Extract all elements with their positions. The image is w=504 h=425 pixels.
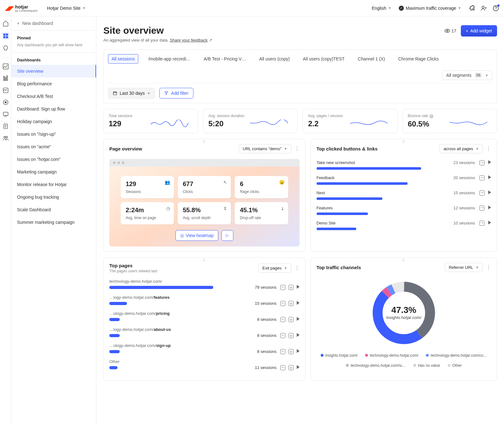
surveys-icon[interactable] [3, 123, 9, 129]
sidebar-item[interactable]: Site overview [11, 65, 96, 77]
segment-tab[interactable]: All users (copy) [256, 54, 293, 63]
legend-item[interactable]: technology-demo.hotjar.com/co… [426, 353, 487, 358]
trend-icon[interactable]: 〜 [280, 301, 285, 306]
sidebar-item[interactable]: Marketing campaign [11, 166, 96, 178]
click-row: Next 15 sessions 〜 [317, 190, 491, 200]
drag-handle-icon[interactable]: ⠿ [203, 258, 206, 263]
kpi-card[interactable]: Avg. pages / session 2.2 [303, 109, 398, 133]
all-segments-button[interactable]: All segments 56 ▼ [442, 71, 492, 80]
highlights-icon[interactable] [3, 45, 9, 52]
play-icon[interactable] [297, 285, 300, 289]
kpi-card[interactable]: Bounce rate i 60.5% [403, 109, 497, 133]
legend-item[interactable]: insights.hotjar.com/ [321, 353, 358, 358]
kpi-card[interactable]: Total sessions 129 [103, 109, 198, 133]
segment-tab[interactable]: Chrome Rage Clicks [395, 54, 442, 63]
play-icon[interactable] [488, 206, 491, 209]
more-options-icon[interactable]: ⋮ [295, 265, 300, 271]
legend-item[interactable]: technology-demo.hotjar.com/ [365, 353, 418, 358]
add-filter-button[interactable]: Add filter [159, 88, 193, 99]
top-pages-filter[interactable]: Exit pages ▼ [258, 264, 291, 273]
play-recording-button[interactable]: ▷ [221, 230, 233, 241]
trend-icon[interactable]: 〜 [479, 190, 484, 196]
interviews-icon[interactable] [3, 135, 9, 141]
kpi-card[interactable]: Avg. session duration 5:20 [203, 109, 298, 133]
new-dashboard-button[interactable]: + New dashboard [11, 16, 96, 31]
date-range-button[interactable]: Last 30 days ▼ [108, 88, 155, 99]
segment-tab[interactable]: Channel 1 (X) [355, 54, 388, 63]
trends-icon[interactable] [3, 63, 9, 70]
trend-icon[interactable]: 〜 [280, 317, 285, 322]
share-feedback-link[interactable]: Share your feedback [170, 38, 208, 42]
check-circle-icon: ✓ [399, 6, 404, 11]
play-icon[interactable] [297, 365, 300, 369]
play-icon[interactable] [488, 190, 491, 194]
trend-icon[interactable]: 〜 [280, 285, 285, 290]
sidebar-item[interactable]: Issues on "acme" [11, 140, 96, 153]
sidebar-item[interactable]: Issues on "hotjar.com" [11, 153, 96, 166]
trend-icon[interactable]: 〜 [280, 333, 285, 338]
play-icon[interactable] [297, 349, 300, 353]
feedback-icon[interactable] [3, 111, 9, 117]
target-icon[interactable]: ◎ [289, 301, 294, 306]
drag-handle-icon[interactable]: ⠿ [402, 140, 405, 144]
trend-icon[interactable]: 〜 [479, 160, 484, 165]
segment-tab[interactable]: All users (copy)TEST [300, 54, 348, 63]
segment-tab[interactable]: /mobile-app recordi… [145, 54, 194, 63]
eye-icon [444, 28, 450, 34]
brand-logo[interactable]: ◢◤ hotjar by Contentsquare [5, 4, 37, 12]
target-icon[interactable]: ◎ [289, 333, 294, 338]
top-clicked-filter[interactable]: across all pages ▼ [439, 144, 483, 153]
add-widget-button[interactable]: + Add widget [461, 25, 497, 37]
target-icon[interactable]: ◎ [289, 317, 294, 322]
invite-user-icon[interactable] [481, 5, 487, 11]
heatmaps-icon[interactable] [3, 87, 9, 94]
trend-icon[interactable]: 〜 [479, 206, 484, 211]
site-selector[interactable]: Hotjar Demo Site ▼ [47, 6, 86, 11]
sidebar-item[interactable]: Monitor release for Hotjar [11, 178, 96, 191]
recordings-icon[interactable] [3, 99, 9, 105]
sidebar-item[interactable]: Dashboard: Sign up flow [11, 103, 96, 115]
sidebar-item[interactable]: Issues on "/sign-up" [11, 128, 96, 140]
play-icon[interactable] [488, 160, 491, 164]
sidebar-item[interactable]: Ongoing bug tracking [11, 191, 96, 203]
home-icon[interactable] [3, 20, 9, 26]
help-icon[interactable] [493, 5, 499, 11]
sidebar-item[interactable]: Blog performance [11, 77, 96, 90]
segment-tab[interactable]: All sessions [108, 54, 138, 64]
more-options-icon[interactable]: ⋮ [295, 146, 300, 152]
legend-item[interactable]: Other [448, 363, 462, 368]
more-options-icon[interactable]: ⋮ [486, 146, 491, 152]
page-overview-card: ⠿ Page overview URL contains "demo" ▼ ⋮ [103, 139, 306, 252]
play-icon[interactable] [297, 333, 300, 337]
page-overview-filter[interactable]: URL contains "demo" ▼ [239, 144, 291, 153]
segment-tab[interactable]: A/B Test - Pricing V… [201, 54, 249, 63]
sidebar-item[interactable]: Holiday campaign [11, 115, 96, 128]
trend-icon[interactable]: 〜 [280, 365, 285, 370]
trend-icon[interactable]: 〜 [280, 349, 285, 354]
trend-icon[interactable]: 〜 [479, 175, 484, 180]
legend-item[interactable]: technology-demo.hotjar.com/si… [346, 363, 406, 368]
drag-handle-icon[interactable]: ⠿ [402, 258, 405, 263]
play-icon[interactable] [297, 301, 300, 305]
sidebar-item[interactable]: Checkout A/B Test [11, 90, 96, 103]
traffic-filter[interactable]: Referrer URL ▼ [445, 263, 483, 272]
funnels-icon[interactable] [3, 75, 9, 82]
more-options-icon[interactable]: ⋮ [486, 264, 491, 270]
sidebar-item[interactable]: Summer marketing campaign [11, 216, 96, 229]
play-icon[interactable] [488, 221, 491, 224]
target-icon[interactable]: ◎ [289, 365, 294, 370]
language-selector[interactable]: English ▼ [372, 6, 391, 11]
legend-item[interactable]: Has no value [413, 363, 440, 368]
dashboards-icon[interactable] [2, 32, 9, 40]
sidebar-item[interactable]: Scale Dashboard [11, 203, 96, 216]
traffic-coverage-selector[interactable]: ✓ Maximum traffic coverage ▼ [399, 6, 461, 11]
view-heatmap-label: View heatmap [186, 233, 214, 238]
play-icon[interactable] [297, 317, 300, 321]
play-icon[interactable] [488, 175, 491, 179]
target-icon[interactable]: ◎ [289, 349, 294, 354]
drag-handle-icon[interactable]: ⠿ [203, 140, 206, 144]
view-heatmap-button[interactable]: ◎ View heatmap [175, 230, 218, 241]
puzzle-icon[interactable] [469, 5, 475, 11]
target-icon[interactable]: ◎ [289, 285, 294, 290]
trend-icon[interactable]: 〜 [479, 221, 484, 226]
